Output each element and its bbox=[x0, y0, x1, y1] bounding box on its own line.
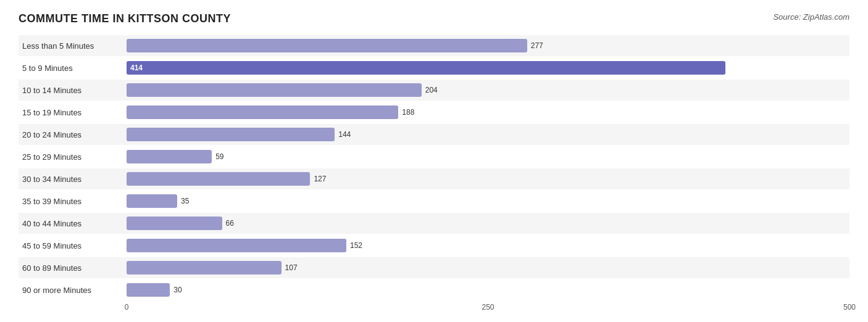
bar-container: 414 bbox=[127, 57, 849, 78]
bar-value: 107 bbox=[285, 263, 298, 272]
bar-label: 40 to 44 Minutes bbox=[19, 219, 127, 228]
bar-value: 414 bbox=[130, 64, 143, 72]
bar-row: 40 to 44 Minutes66 bbox=[19, 213, 849, 234]
bar-row: 10 to 14 Minutes204 bbox=[19, 80, 849, 101]
bar-value: 204 bbox=[425, 86, 438, 94]
bar-row: 35 to 39 Minutes35 bbox=[19, 191, 849, 212]
bar-label: 90 or more Minutes bbox=[19, 286, 127, 295]
bar-label: 10 to 14 Minutes bbox=[19, 86, 127, 95]
bar-label: 5 to 9 Minutes bbox=[19, 64, 127, 73]
bar-label: 20 to 24 Minutes bbox=[19, 130, 127, 139]
chart-title: COMMUTE TIME IN KITTSON COUNTY bbox=[19, 12, 231, 25]
bar-container: 152 bbox=[127, 235, 849, 256]
bar-row: 15 to 19 Minutes188 bbox=[19, 102, 849, 123]
bar-row: 20 to 24 Minutes144 bbox=[19, 124, 849, 145]
source-label: Source: ZipAtlas.com bbox=[773, 12, 849, 22]
bar-value: 35 bbox=[181, 197, 189, 205]
bar-container: 144 bbox=[127, 124, 849, 145]
bar-container: 35 bbox=[127, 191, 849, 212]
x-tick-label: 0 bbox=[125, 303, 129, 312]
bar-value: 188 bbox=[402, 108, 414, 117]
bar-fill bbox=[127, 194, 177, 208]
x-axis: 0250500 bbox=[19, 303, 849, 315]
bar-value: 66 bbox=[226, 219, 234, 228]
bar-value: 277 bbox=[531, 41, 543, 50]
bar-container: 66 bbox=[127, 213, 849, 234]
bar-fill bbox=[127, 239, 346, 252]
chart-header: COMMUTE TIME IN KITTSON COUNTY Source: Z… bbox=[19, 12, 849, 25]
bar-value: 127 bbox=[314, 175, 326, 183]
x-tick-label: 500 bbox=[843, 303, 856, 312]
bar-container: 188 bbox=[127, 102, 849, 123]
bar-value: 30 bbox=[173, 286, 182, 294]
bar-label: 25 to 29 Minutes bbox=[19, 152, 127, 162]
bar-container: 204 bbox=[127, 80, 849, 101]
bar-fill bbox=[127, 217, 222, 230]
bar-fill bbox=[127, 150, 212, 163]
bar-label: 15 to 19 Minutes bbox=[19, 108, 127, 117]
bar-container: 107 bbox=[127, 257, 849, 278]
bar-row: 25 to 29 Minutes59 bbox=[19, 146, 849, 167]
bar-container: 127 bbox=[127, 168, 849, 189]
bar-fill bbox=[127, 39, 527, 52]
bar-row: 90 or more Minutes30 bbox=[19, 279, 849, 300]
bar-fill bbox=[127, 261, 282, 275]
bar-value: 152 bbox=[350, 241, 362, 250]
bar-label: 30 to 34 Minutes bbox=[19, 175, 127, 184]
bar-container: 59 bbox=[127, 146, 849, 167]
bar-label: 60 to 89 Minutes bbox=[19, 263, 127, 273]
bar-row: 60 to 89 Minutes107 bbox=[19, 257, 849, 278]
bar-value: 144 bbox=[338, 130, 351, 139]
bar-fill: 414 bbox=[127, 61, 725, 75]
bar-container: 277 bbox=[127, 35, 849, 56]
bar-fill bbox=[127, 105, 398, 119]
bar-label: Less than 5 Minutes bbox=[19, 41, 127, 51]
bar-row: 45 to 59 Minutes152 bbox=[19, 235, 849, 256]
bar-row: 30 to 34 Minutes127 bbox=[19, 168, 849, 189]
bar-row: Less than 5 Minutes277 bbox=[19, 35, 849, 56]
bar-container: 30 bbox=[127, 279, 849, 300]
x-tick-label: 250 bbox=[482, 303, 494, 312]
bar-fill bbox=[127, 128, 335, 141]
chart-area: Less than 5 Minutes2775 to 9 Minutes4141… bbox=[19, 35, 849, 300]
bar-fill bbox=[127, 172, 310, 186]
bar-fill bbox=[127, 283, 170, 297]
bar-label: 35 to 39 Minutes bbox=[19, 197, 127, 206]
bar-value: 59 bbox=[215, 152, 223, 161]
x-axis-inner: 0250500 bbox=[127, 303, 849, 315]
bar-row: 5 to 9 Minutes414 bbox=[19, 57, 849, 78]
bar-label: 45 to 59 Minutes bbox=[19, 241, 127, 250]
bar-fill bbox=[127, 83, 422, 97]
